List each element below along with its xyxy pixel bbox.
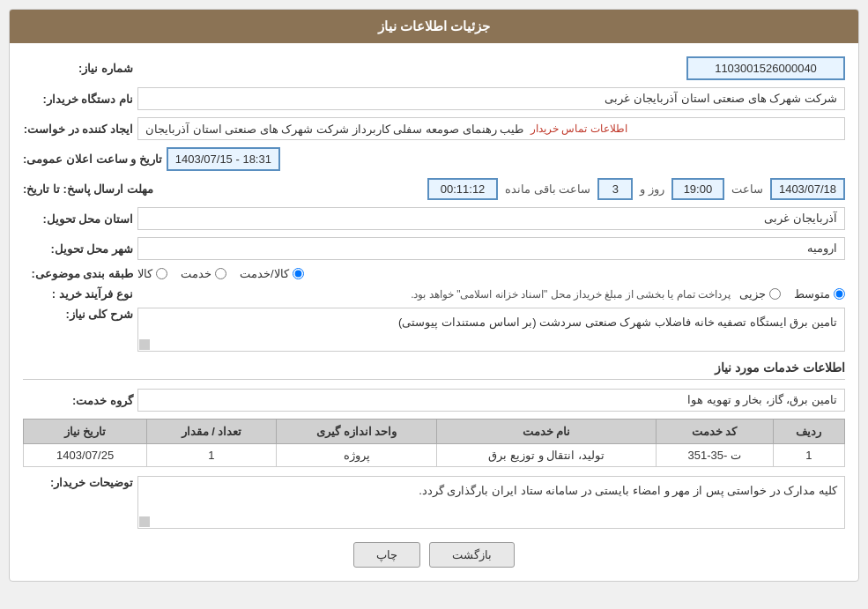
need-number-value: 1103001526000040 xyxy=(686,56,845,80)
contact-link[interactable]: اطلاعات تماس خریدار xyxy=(530,123,627,135)
announcement-date-label: تاریخ و ساعت اعلان عمومی: xyxy=(23,152,167,166)
category-radio-kala-input[interactable] xyxy=(156,268,167,279)
services-table: ردیف کد خدمت نام خدمت واحد اندازه گیری ت… xyxy=(23,419,845,467)
category-radio-kala-khedmat[interactable]: کالا/خدمت xyxy=(240,267,304,280)
creator-value: طیب رهنمای صومعه سفلی کاربرداز شرکت شهرک… xyxy=(137,117,845,140)
button-row: بازگشت چاپ xyxy=(23,542,845,568)
print-button[interactable]: چاپ xyxy=(353,542,420,568)
col-quantity: تعداد / مقدار xyxy=(147,420,276,444)
buyer-org-label: نام دستگاه خریدار: xyxy=(23,93,137,106)
city-label: شهر محل تحویل: xyxy=(23,242,137,256)
need-description-value: تامین برق ایستگاه تصفیه خانه فاضلاب شهرک… xyxy=(137,308,845,352)
service-group-label: گروه خدمت: xyxy=(23,394,137,407)
need-description-row: شرح کلی نیاز: تامین برق ایستگاه تصفیه خا… xyxy=(23,308,845,352)
deadline-content: 1403/07/18 ساعت 19:00 روز و 3 ساعت باقی … xyxy=(158,178,845,200)
buyer-notes-value: کلیه مدارک در خواستی پس از مهر و امضاء ب… xyxy=(137,476,845,529)
service-group-value: تامین برق، گاز، بخار و تهویه هوا xyxy=(137,389,845,412)
col-row-num: ردیف xyxy=(773,420,844,444)
need-description-text: تامین برق ایستگاه تصفیه خانه فاضلاب شهرک… xyxy=(398,316,837,329)
buyer-notes-resize-handle[interactable] xyxy=(139,516,150,527)
province-value: آذربایجان غربی xyxy=(137,207,845,230)
category-radio-khedmat[interactable]: خدمت xyxy=(181,267,226,280)
deadline-date: 1403/07/18 xyxy=(770,178,845,200)
buyer-org-value: شرکت شهرک های صنعتی استان آذربایجان غربی xyxy=(137,87,845,110)
deadline-remaining-label: ساعت باقی مانده xyxy=(505,182,590,196)
deadline-remaining: 00:11:12 xyxy=(427,178,498,200)
need-number-row: شماره نیاز: 1103001526000040 xyxy=(23,56,845,80)
category-kala-khedmat-label: کالا/خدمت xyxy=(240,267,289,280)
card-body: شماره نیاز: 1103001526000040 نام دستگاه … xyxy=(10,43,858,581)
deadline-row: مهلت ارسال پاسخ: تا تاریخ: 1403/07/18 سا… xyxy=(23,178,845,200)
buyer-notes-area: کلیه مدارک در خواستی پس از مهر و امضاء ب… xyxy=(137,476,845,529)
deadline-label: مهلت ارسال پاسخ: تا تاریخ: xyxy=(23,182,158,196)
table-cell-5: 1403/07/25 xyxy=(24,444,147,467)
resize-handle[interactable] xyxy=(139,339,150,350)
province-row: استان محل تحویل: آذربایجان غربی xyxy=(23,207,845,230)
creator-row: ایجاد کننده در خواست: طیب رهنمای صومعه س… xyxy=(23,117,845,140)
table-cell-4: 1 xyxy=(147,444,276,467)
page-container: جزئیات اطلاعات نیاز شماره نیاز: 11030015… xyxy=(0,0,868,609)
purchase-radio-motavast[interactable]: متوسط xyxy=(794,287,845,301)
service-group-row: گروه خدمت: تامین برق، گاز، بخار و تهویه … xyxy=(23,389,845,412)
purchase-type-content: جزیی متوسط پرداخت تمام یا بخشی از مبلغ خ… xyxy=(137,287,845,301)
deadline-time-label: ساعت xyxy=(731,182,763,196)
purchase-jozii-label: جزیی xyxy=(739,287,766,301)
province-label: استان محل تحویل: xyxy=(23,212,137,226)
back-button[interactable]: بازگشت xyxy=(429,542,515,568)
creator-label: ایجاد کننده در خواست: xyxy=(23,123,137,136)
purchase-radio-jozii[interactable]: جزیی xyxy=(739,287,781,301)
page-title: جزئیات اطلاعات نیاز xyxy=(378,19,490,33)
col-service-name: نام خدمت xyxy=(437,420,656,444)
purchase-type-row: نوع فرآیند خرید : جزیی متوسط پرداخت تمام… xyxy=(23,287,845,301)
need-description-area: تامین برق ایستگاه تصفیه خانه فاضلاب شهرک… xyxy=(137,308,845,352)
category-kala-label: کالا xyxy=(137,267,152,280)
deadline-days-label: روز و xyxy=(640,182,664,196)
purchase-motavast-label: متوسط xyxy=(794,287,830,301)
city-value: ارومیه xyxy=(137,237,845,260)
purchase-type-note: پرداخت تمام یا بخشی از مبلغ خریداز محل "… xyxy=(411,288,731,301)
need-description-label: شرح کلی نیاز: xyxy=(23,308,137,321)
col-date: تاریخ نیاز xyxy=(24,420,147,444)
category-khedmat-label: خدمت xyxy=(181,267,211,280)
table-row: 1ت -35-351تولید، انتقال و توزیع برقپروژه… xyxy=(24,444,845,467)
category-label: طبقه بندی موضوعی: xyxy=(23,267,137,280)
category-radio-kala[interactable]: کالا xyxy=(137,267,167,280)
col-service-code: کد خدمت xyxy=(656,420,773,444)
purchase-type-label: نوع فرآیند خرید : xyxy=(23,287,137,301)
buyer-notes-label: توضیحات خریدار: xyxy=(23,476,137,489)
table-cell-0: 1 xyxy=(773,444,844,467)
card-header: جزئیات اطلاعات نیاز xyxy=(10,10,858,43)
table-cell-1: ت -35-351 xyxy=(656,444,773,467)
col-unit: واحد اندازه گیری xyxy=(276,420,437,444)
purchase-radio-group: جزیی متوسط xyxy=(739,287,845,301)
deadline-time: 19:00 xyxy=(671,178,724,200)
category-radio-kala-khedmat-input[interactable] xyxy=(293,268,304,279)
need-number-label: شماره نیاز: xyxy=(23,62,137,75)
city-row: شهر محل تحویل: ارومیه xyxy=(23,237,845,260)
category-row: طبقه بندی موضوعی: کالا خدمت کالا/خدمت xyxy=(23,267,845,280)
announcement-date-row: تاریخ و ساعت اعلان عمومی: 1403/07/15 - 1… xyxy=(23,147,845,171)
purchase-radio-motavast-input[interactable] xyxy=(834,288,845,300)
announcement-date-value: 1403/07/15 - 18:31 xyxy=(167,147,280,171)
table-cell-3: پروژه xyxy=(276,444,437,467)
buyer-org-row: نام دستگاه خریدار: شرکت شهرک های صنعتی ا… xyxy=(23,87,845,110)
table-cell-2: تولید، انتقال و توزیع برق xyxy=(437,444,656,467)
category-radio-group: کالا خدمت کالا/خدمت xyxy=(137,267,845,280)
main-card: جزئیات اطلاعات نیاز شماره نیاز: 11030015… xyxy=(9,9,859,582)
buyer-notes-row: توضیحات خریدار: کلیه مدارک در خواستی پس … xyxy=(23,476,845,529)
creator-text: طیب رهنمای صومعه سفلی کاربرداز شرکت شهرک… xyxy=(145,123,523,136)
category-radio-khedmat-input[interactable] xyxy=(215,268,226,279)
services-section-title: اطلاعات خدمات مورد نیاز xyxy=(23,360,845,380)
deadline-days: 3 xyxy=(597,178,633,200)
buyer-notes-text: کلیه مدارک در خواستی پس از مهر و امضاء ب… xyxy=(419,484,837,497)
purchase-radio-jozii-input[interactable] xyxy=(769,288,781,300)
